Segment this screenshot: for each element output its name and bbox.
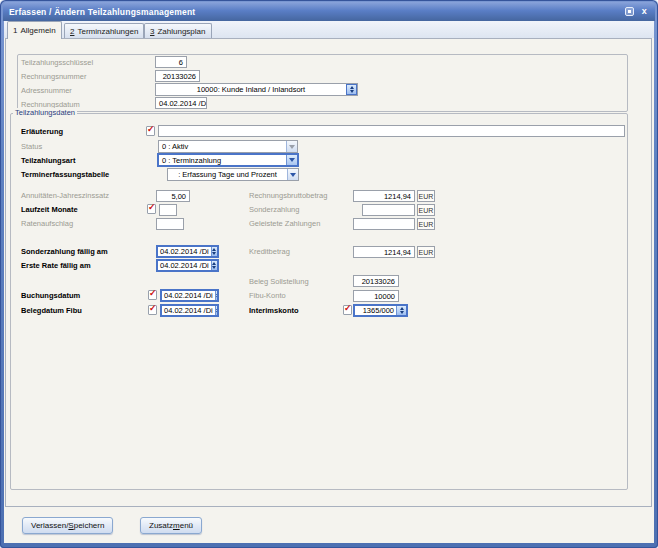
currency-label: EUR	[417, 246, 435, 258]
rechnungsnummer-label: Rechnungsnummer	[21, 72, 86, 82]
kreditbetrag-label: Kreditbetrag	[249, 247, 290, 257]
rechnungsbruttobetrag-field: 1214,94	[353, 190, 415, 202]
geleistete-zahlungen-label: Geleistete Zahlungen	[249, 219, 320, 229]
currency-label: EUR	[417, 204, 435, 216]
date-value: 04.02.2014 /Di	[158, 261, 211, 270]
kreditbetrag-field: 1214,94	[353, 246, 415, 258]
terminerfassungstabelle-combo[interactable]: : Erfassung Tage und Prozent	[167, 168, 299, 181]
adressnummer-value: 10000: Kunde Inland / Inlandsort	[156, 84, 346, 95]
dialog-content: 1 Allgemein 2 Terminzahlungen 3 Zahlungs…	[4, 21, 654, 543]
fibu-konto-field: 10000	[353, 290, 399, 302]
tab-number: 3	[150, 27, 154, 36]
teilzahlungsart-value: 0 : Terminzahlung	[159, 155, 286, 165]
spinner-icon[interactable]	[211, 261, 217, 270]
erlaeuterung-label: Erläuterung	[21, 127, 63, 137]
spinner-icon[interactable]	[215, 306, 219, 315]
modified-check-icon[interactable]: ✓	[146, 126, 155, 136]
tab-label: Zahlungsplan	[157, 27, 205, 36]
window-title: Erfassen / Ändern Teilzahlungsmanagement	[9, 7, 195, 17]
interimskonto-label: Interimskonto	[249, 306, 299, 316]
spinner-icon[interactable]	[215, 291, 219, 300]
tab-number: 2	[70, 27, 74, 36]
adressnummer-combo[interactable]: 10000: Kunde Inland / Inlandsort	[155, 83, 358, 96]
annuitaeten-label: Annuitäten-Jahreszinssatz	[21, 191, 109, 201]
sonderzahlung-faellig-datefield[interactable]: 04.02.2014 /Di	[156, 245, 219, 258]
interimskonto-value: 1365/000	[355, 306, 396, 315]
terminerfassungstabelle-value: : Erfassung Tage und Prozent	[168, 169, 287, 180]
terminerfassungstabelle-label: Terminerfassungstabelle	[21, 170, 109, 180]
date-value: 04.02.2014 /Di	[162, 291, 215, 300]
erlaeuterung-input[interactable]	[158, 125, 625, 137]
modified-check-icon[interactable]: ✓	[148, 290, 157, 300]
interimskonto-field[interactable]: 1365/000	[353, 304, 408, 317]
teilzahlungsschluessel-field[interactable]: 6	[155, 56, 187, 68]
close-icon[interactable]: x	[640, 7, 649, 16]
dropdown-arrow-icon[interactable]	[287, 169, 298, 180]
buchungsdatum-label: Buchungsdatum	[21, 291, 80, 301]
sonderzahlung-field[interactable]	[362, 204, 415, 216]
zusatzmenue-button[interactable]: Zusatzmenü	[140, 517, 202, 534]
teilzahlungsart-combo[interactable]: 0 : Terminzahlung	[157, 153, 299, 167]
belegdatum-fibu-label: Belegdatum Fibu	[21, 306, 82, 316]
title-bar[interactable]: Erfassen / Ändern Teilzahlungsmanagement…	[3, 2, 655, 21]
currency-label: EUR	[417, 218, 435, 230]
dropdown-arrow-icon[interactable]	[286, 155, 297, 165]
spinner-icon[interactable]	[396, 306, 406, 315]
teilzahlungsschluessel-label: Teilzahlungsschlüssel	[21, 58, 93, 68]
status-combo[interactable]: 0 : Aktiv	[158, 140, 298, 153]
teilzahlungsart-label: Teilzahlungsart	[21, 156, 75, 166]
belegdatum-fibu-datefield[interactable]: 04.02.2014 /Di	[160, 304, 219, 317]
modified-check-icon[interactable]: ✓	[148, 305, 157, 315]
date-value: 04.02.2014 /Di	[158, 247, 211, 256]
spinner-icon[interactable]	[211, 247, 217, 256]
annuitaeten-field[interactable]: 5,00	[156, 190, 190, 202]
verlassen-speichern-button[interactable]: Verlassen/Speichern	[22, 517, 113, 534]
laufzeit-monate-field[interactable]	[159, 204, 177, 216]
status-value: 0 : Aktiv	[159, 141, 286, 152]
laufzeit-monate-label: Laufzeit Monate	[21, 205, 78, 215]
beleg-sollstellung-label: Beleg Sollstellung	[249, 277, 309, 287]
ratenaufschlag-field[interactable]	[156, 218, 184, 230]
erste-rate-label: Erste Rate fällig am	[21, 261, 91, 271]
ratenaufschlag-label: Ratenaufschlag	[21, 219, 73, 229]
tab-number: 1	[13, 26, 17, 35]
date-value: 04.02.2014 /Di	[162, 306, 215, 315]
maximize-icon[interactable]	[625, 7, 634, 16]
sonderzahlung-faellig-label: Sonderzahlung fällig am	[21, 247, 108, 257]
geleistete-zahlungen-field	[353, 218, 415, 230]
fibu-konto-label: Fibu-Konto	[249, 291, 286, 301]
dropdown-arrow-icon[interactable]	[286, 141, 297, 152]
buchungsdatum-datefield[interactable]: 04.02.2014 /Di	[160, 289, 219, 302]
tab-allgemein[interactable]: 1 Allgemein	[7, 21, 62, 39]
adressnummer-label: Adressnummer	[21, 86, 72, 96]
modified-check-icon[interactable]: ✓	[147, 204, 156, 214]
spinner-icon[interactable]	[346, 84, 357, 95]
tab-terminzahlungen[interactable]: 2 Terminzahlungen	[64, 23, 144, 38]
modified-check-icon[interactable]: ✓	[343, 305, 352, 315]
rechnungsdatum-field[interactable]: 04.02.2014 /Di	[155, 97, 207, 109]
beleg-sollstellung-field: 20133026	[353, 275, 399, 287]
tab-label: Allgemein	[20, 26, 55, 35]
dialog-window: Erfassen / Ändern Teilzahlungsmanagement…	[0, 0, 658, 548]
rechnungsnummer-field[interactable]: 20133026	[155, 70, 200, 82]
teilzahlungsdaten-group-title: Teilzahlungsdaten	[13, 108, 77, 117]
status-label: Status	[21, 142, 42, 152]
tab-label: Terminzahlungen	[77, 27, 138, 36]
erste-rate-datefield[interactable]: 04.02.2014 /Di	[156, 259, 219, 272]
rechnungsbruttobetrag-label: Rechnungsbruttobetrag	[249, 191, 327, 201]
sonderzahlung-label: Sonderzahlung	[249, 205, 299, 215]
currency-label: EUR	[417, 190, 435, 202]
tab-zahlungsplan[interactable]: 3 Zahlungsplan	[144, 23, 212, 38]
